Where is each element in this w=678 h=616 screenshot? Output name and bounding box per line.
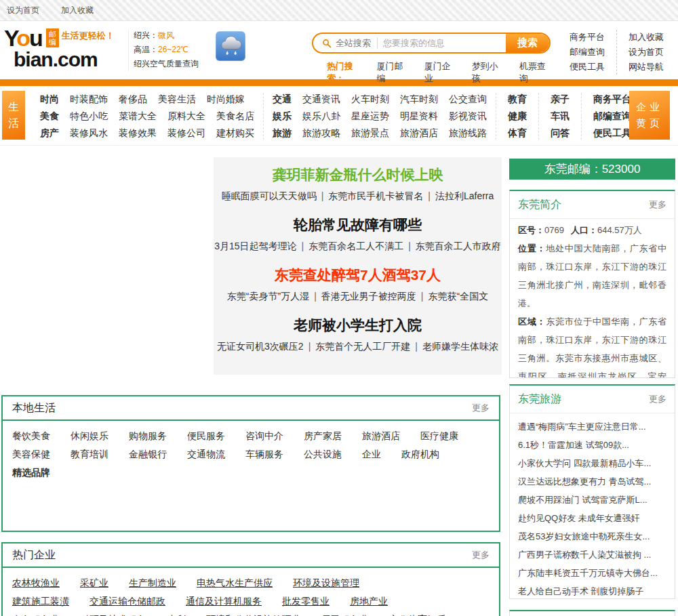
life-badge[interactable]: 生活 <box>2 91 25 140</box>
nav-link[interactable]: 体育 <box>508 125 527 142</box>
news-sub-link[interactable]: 香港无业男子被控两度 <box>309 290 416 303</box>
nav-link[interactable]: 建材购买 <box>216 125 254 142</box>
nav-link[interactable]: 时尚婚嫁 <box>207 91 245 108</box>
more-link[interactable]: 更多 <box>649 199 666 211</box>
industry-link[interactable]: 房地产业 <box>350 592 388 611</box>
news-headline[interactable]: 轮胎常见故障有哪些 <box>214 215 502 234</box>
nav-link[interactable]: 特色小吃 <box>70 108 108 125</box>
travel-item-link[interactable]: 遭遇“梅雨病”车主更应注意日常... <box>518 417 666 436</box>
local-life-link[interactable]: 车辆服务 <box>245 445 283 464</box>
travel-item-link[interactable]: 小家伙大学问 四款最新精品小车... <box>518 454 666 472</box>
nav-head-link[interactable]: 美食 <box>40 108 59 125</box>
industry-link[interactable]: 交通运输仓储邮政 <box>89 592 165 611</box>
local-life-link[interactable]: 咨询中介 <box>245 427 283 445</box>
news-headline[interactable]: 东莞查处醉驾7人酒驾37人 <box>214 266 502 284</box>
nav-link[interactable]: 装修效果 <box>119 125 157 142</box>
news-sub-link[interactable]: 3月15日起驾考理论 <box>214 240 296 253</box>
site-logo[interactable]: You 邮编 生活更轻松！ bian.com <box>4 28 127 70</box>
nav-link[interactable]: 星座运势 <box>351 108 389 125</box>
nav-link[interactable]: 健康 <box>508 108 527 125</box>
travel-item-link[interactable]: 赴约见QQ好友 未成年女遭强奸 <box>518 509 666 527</box>
nav-link[interactable]: 旅游线路 <box>449 125 487 142</box>
local-life-link[interactable]: 政府机构 <box>401 445 439 464</box>
nav-link[interactable]: 邮编查询 <box>593 108 631 125</box>
more-link[interactable]: 更多 <box>472 402 490 414</box>
nav-link[interactable]: 装修风水 <box>70 125 108 142</box>
local-life-link[interactable]: 房产家居 <box>304 427 342 445</box>
travel-item-link[interactable]: 广东陆丰耗资五千万元镇寺大佛台... <box>518 564 666 582</box>
industry-link[interactable]: 采矿业 <box>80 574 108 592</box>
industry-link[interactable]: 建筑施工装潢 <box>12 592 69 611</box>
news-sub-link[interactable]: 东莞“卖身节”万人湿 <box>227 290 309 303</box>
industry-link[interactable]: 文化体育娱乐 <box>389 611 446 616</box>
nav-link[interactable]: 影视资讯 <box>449 108 487 125</box>
industry-link[interactable]: 通信及计算机服务 <box>186 592 262 611</box>
news-headline[interactable]: 龚玥菲新金瓶什么时候上映 <box>214 165 502 184</box>
nav-link[interactable]: 时装配饰 <box>70 91 108 108</box>
nav-link[interactable]: 美容生活 <box>158 91 196 108</box>
nav-head-link[interactable]: 时尚 <box>40 91 59 108</box>
yellowpages-badge[interactable]: 企业黄页 <box>629 91 670 140</box>
nav-link[interactable]: 便民工具 <box>593 125 631 142</box>
hot-search-link[interactable]: 机票查询 <box>519 60 551 85</box>
quick-link[interactable]: 商务平台 <box>570 30 605 45</box>
nav-link[interactable]: 交通资讯 <box>302 91 340 108</box>
nav-link[interactable]: 旅游景点 <box>351 125 389 142</box>
industry-link[interactable]: 批发零售业 <box>282 592 330 611</box>
news-sub-link[interactable]: 东莞市民手机卡被冒名 <box>317 190 424 203</box>
nav-link[interactable]: 旅游酒店 <box>400 125 438 142</box>
travel-item-link[interactable]: 6.1秒！雷霆加速 试驾09款... <box>518 436 666 454</box>
industry-link[interactable]: 居民服务业 <box>321 611 369 616</box>
news-sub-link[interactable]: 东莞百余名工人不满工 <box>297 240 404 253</box>
local-life-link[interactable]: 公共设施 <box>304 445 342 464</box>
nav-link[interactable]: 车讯 <box>551 108 570 125</box>
intro-title[interactable]: 东莞简介 <box>518 198 561 212</box>
news-sub-link[interactable]: 东莞首个无人工厂开建 <box>304 340 411 353</box>
local-life-link[interactable]: 美容保健 <box>12 445 50 464</box>
industry-link[interactable]: 水利 <box>167 611 186 616</box>
topbar-link[interactable]: 加入收藏 <box>61 5 94 16</box>
nav-link[interactable]: 问答 <box>551 125 570 142</box>
local-life-link[interactable]: 购物服务 <box>129 427 167 445</box>
more-link[interactable]: 更多 <box>472 549 490 561</box>
local-life-link[interactable]: 金融银行 <box>129 445 167 464</box>
news-sub-link[interactable]: 东莞百余工人市政府 <box>403 240 501 253</box>
nav-head-link[interactable]: 娱乐 <box>273 108 292 125</box>
industry-link[interactable]: 农林牧渔业 <box>12 574 60 592</box>
nav-link[interactable]: 教育 <box>508 91 527 108</box>
news-sub-link[interactable]: 东莞获“全国文 <box>416 290 488 303</box>
travel-item-link[interactable]: 爬坡不用踩油门 试驾雷克萨斯L... <box>518 491 666 509</box>
news-sub-link[interactable]: 睡眠面膜可以天天做吗 <box>222 190 317 203</box>
nav-head-link[interactable]: 房产 <box>40 125 59 142</box>
travel-item-link[interactable]: 茂名53岁妇女旅途中勒死亲生女... <box>518 527 666 546</box>
news-sub-link[interactable]: 法拉利Laferra <box>423 190 494 203</box>
nav-head-link[interactable]: 交通 <box>273 91 292 108</box>
industry-link[interactable]: 环境及设施管理 <box>293 574 359 592</box>
news-sub-link[interactable]: 无证女司机3次碾压2 <box>217 340 304 353</box>
featured-brands-link[interactable]: 精选品牌 <box>12 464 50 482</box>
quick-link[interactable]: 设为首页 <box>629 45 664 60</box>
quick-link[interactable]: 加入收藏 <box>629 30 664 45</box>
nav-link[interactable]: 原料大全 <box>167 108 205 125</box>
news-headline[interactable]: 老师被小学生打入院 <box>214 316 502 334</box>
quick-link[interactable]: 邮编查询 <box>570 45 605 60</box>
industry-link[interactable]: 科研及技术服务 <box>80 611 146 616</box>
more-link[interactable]: 更多 <box>649 393 666 405</box>
nav-link[interactable]: 汽车时刻 <box>400 91 438 108</box>
nav-link[interactable]: 菜谱大全 <box>119 108 157 125</box>
topbar-link[interactable]: 设为首页 <box>7 5 39 16</box>
hot-search-link[interactable]: 梦到小孩 <box>472 60 503 85</box>
travel-title[interactable]: 东莞旅游 <box>518 392 561 407</box>
industry-link[interactable]: 电热气水生产供应 <box>197 574 273 592</box>
hot-search-link[interactable]: 厦门企业 <box>424 60 456 85</box>
nav-link[interactable]: 美食名店 <box>216 108 254 125</box>
nav-link[interactable]: 商务平台 <box>593 91 631 108</box>
nav-link[interactable]: 亲子 <box>551 91 570 108</box>
news-sub-link[interactable]: 老师嫌学生体味浓 <box>410 340 498 353</box>
local-life-link[interactable]: 餐饮美食 <box>12 427 50 445</box>
local-life-link[interactable]: 旅游酒店 <box>362 427 400 445</box>
travel-item-link[interactable]: 老人给自己动手术 剖腹切掉肠子 <box>518 582 666 599</box>
nav-link[interactable]: 火车时刻 <box>351 91 389 108</box>
nav-link[interactable]: 公交查询 <box>449 91 487 108</box>
industry-link[interactable]: 环境和公共设施管理业 <box>206 611 301 616</box>
